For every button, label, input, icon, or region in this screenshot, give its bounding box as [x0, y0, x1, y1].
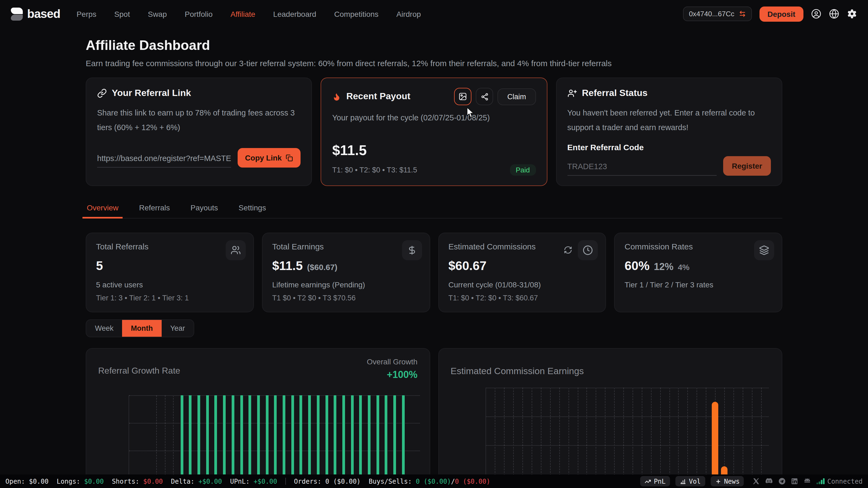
earnings-chart-title: Estimated Commission Earnings: [451, 366, 770, 377]
growth-bar: [325, 395, 328, 488]
referral-link-input[interactable]: [97, 151, 231, 167]
earnings-gridline-v: [651, 387, 651, 488]
summary-cards: Your Referral Link Share this link to ea…: [86, 77, 782, 186]
tab-settings[interactable]: Settings: [238, 200, 267, 218]
nav-item-airdrop[interactable]: Airdrop: [396, 9, 421, 18]
signal-bars-icon: [817, 478, 825, 484]
tab-referrals[interactable]: Referrals: [138, 200, 171, 218]
recent-payout-card: Recent Payout Claim Your payout for the …: [321, 77, 547, 186]
earnings-gridline-v: [513, 387, 514, 488]
stat-title: Total Referrals: [96, 241, 244, 251]
stat-detail: T1: $0 • T2: $0 • T3: $60.67: [448, 294, 596, 302]
growth-bar: [334, 395, 336, 488]
tab-overview[interactable]: Overview: [86, 200, 120, 218]
x-twitter-icon[interactable]: [753, 478, 760, 485]
period-week-button[interactable]: Week: [86, 320, 122, 336]
nav-right: 0x4740...67Cc Deposit: [683, 6, 857, 22]
linkedin-icon[interactable]: [791, 478, 798, 485]
growth-bar: [223, 395, 226, 488]
earnings-gridline-v: [696, 387, 697, 488]
referral-growth-chart-card: Referral Growth Rate Overall Growth +100…: [86, 348, 430, 488]
brand-logo[interactable]: based: [11, 7, 60, 21]
telegram-icon[interactable]: [779, 478, 786, 485]
earnings-gridline-v: [742, 387, 743, 488]
referral-link-title: Your Referral Link: [112, 88, 191, 99]
growth-bar: [368, 395, 371, 488]
stat-value: $11.5: [272, 258, 303, 273]
earnings-gridline-v: [495, 387, 496, 488]
refresh-icon[interactable]: [564, 246, 572, 254]
brand-name: based: [27, 7, 60, 21]
growth-bar: [300, 395, 303, 488]
growth-bar: [376, 395, 379, 488]
nav-item-swap[interactable]: Swap: [148, 9, 167, 18]
longs-stat: Longs: $0.00: [57, 478, 104, 485]
vol-button[interactable]: Vol: [675, 476, 705, 486]
stat-cards: Total Referrals 5 5 active users Tier 1:…: [86, 232, 782, 312]
nav-item-leaderboard[interactable]: Leaderboard: [273, 9, 316, 18]
nav-item-spot[interactable]: Spot: [114, 9, 130, 18]
growth-bar: [189, 395, 192, 488]
deposit-button[interactable]: Deposit: [759, 6, 803, 22]
account-button[interactable]: [811, 9, 822, 19]
period-year-button[interactable]: Year: [162, 320, 194, 336]
earnings-gridline-v: [532, 387, 532, 488]
user-circle-icon: [811, 9, 822, 19]
copy-link-button[interactable]: Copy Link: [237, 148, 301, 167]
earnings-gridline-v: [596, 387, 596, 488]
growth-bar: [266, 395, 268, 488]
nav-item-perps[interactable]: Perps: [76, 9, 96, 18]
nav-item-competitions[interactable]: Competitions: [334, 9, 378, 18]
earnings-gridline-h: [486, 416, 769, 417]
growth-gridline-v: [173, 395, 174, 488]
growth-bar: [215, 395, 217, 488]
referral-code-input[interactable]: [567, 159, 717, 175]
period-month-button[interactable]: Month: [122, 320, 162, 336]
earnings-gridline-v: [660, 387, 660, 488]
payout-image-button[interactable]: [454, 88, 471, 105]
rate-tier3: 4%: [678, 262, 689, 271]
main-content: Affiliate Dashboard Earn trading fee com…: [0, 28, 868, 488]
android-icon[interactable]: [804, 478, 811, 485]
open-positions-stat: Open: $0.00: [5, 478, 49, 485]
trend-up-icon: [645, 478, 651, 485]
payout-tier-breakdown: T1: $0 • T2: $0 • T3: $11.5: [332, 166, 417, 174]
language-button[interactable]: [829, 9, 839, 19]
payout-share-button[interactable]: [476, 88, 493, 105]
earnings-gridline-v: [678, 387, 679, 488]
referral-status-title: Referral Status: [582, 88, 648, 99]
growth-bar: [180, 395, 183, 488]
charts-row: Referral Growth Rate Overall Growth +100…: [86, 348, 782, 488]
referral-status-card: Referral Status You haven't been referre…: [556, 77, 782, 186]
discord-icon[interactable]: [765, 478, 773, 485]
flame-icon: [332, 91, 341, 102]
news-button[interactable]: News: [710, 476, 744, 486]
primary-nav: Perps Spot Swap Portfolio Affiliate Lead…: [76, 9, 421, 18]
earnings-gridline-v: [688, 387, 688, 488]
nav-item-affiliate[interactable]: Affiliate: [230, 9, 255, 18]
earnings-chart-plot: $32.00$24.00$16.00: [485, 387, 769, 488]
earnings-gridline-v: [522, 387, 523, 488]
earnings-gridline-v: [587, 387, 587, 488]
pnl-button[interactable]: PnL: [640, 476, 670, 486]
growth-gridline-v: [156, 395, 157, 488]
top-nav: based Perps Spot Swap Portfolio Affiliat…: [0, 0, 868, 28]
earnings-gridline-v: [559, 387, 560, 488]
wallet-address-pill[interactable]: 0x4740...67Cc: [683, 6, 752, 21]
dashboard-tabs: Overview Referrals Payouts Settings: [86, 200, 782, 218]
earnings-gridline-v: [706, 387, 706, 488]
claim-button[interactable]: Claim: [497, 88, 536, 105]
paid-badge: Paid: [510, 164, 536, 175]
rate-tier1: 60%: [625, 258, 650, 273]
earnings-gridline-v: [761, 387, 762, 488]
growth-gridline-v: [165, 395, 165, 488]
stat-detail: T1 $0 • T2 $0 • T3 $70.56: [272, 294, 420, 302]
copy-icon: [286, 154, 293, 161]
link-icon: [97, 88, 107, 98]
layers-icon: [759, 245, 769, 255]
nav-item-portfolio[interactable]: Portfolio: [185, 9, 213, 18]
growth-bar: [206, 395, 209, 488]
tab-payouts[interactable]: Payouts: [189, 200, 219, 218]
register-button[interactable]: Register: [723, 156, 771, 175]
settings-button[interactable]: [847, 9, 857, 19]
